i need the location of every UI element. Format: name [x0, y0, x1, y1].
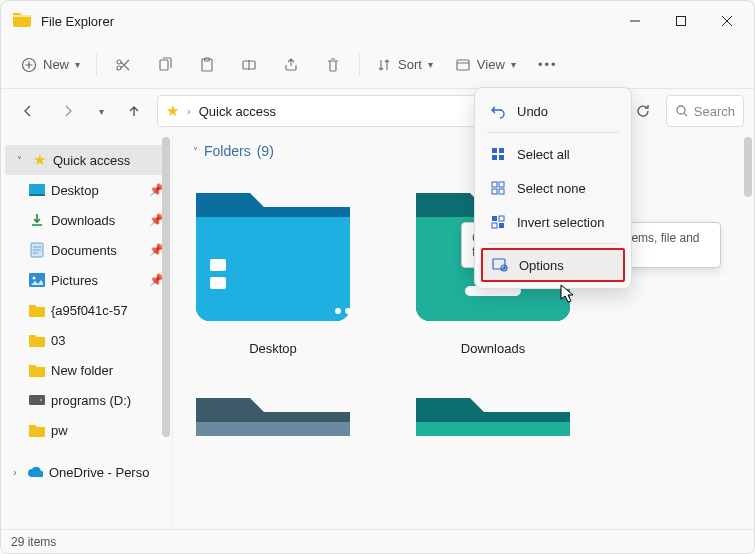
svg-rect-14: [40, 399, 42, 401]
section-header-label: Folders: [204, 143, 251, 159]
scissors-icon: [115, 57, 131, 73]
menu-invert-selection[interactable]: Invert selection: [481, 205, 625, 239]
up-button[interactable]: [117, 96, 151, 126]
folder-icon: [29, 302, 45, 318]
breadcrumb[interactable]: Quick access: [199, 104, 276, 119]
svg-point-17: [335, 308, 341, 314]
rename-button[interactable]: [229, 48, 269, 82]
chevron-right-icon: ›: [187, 105, 191, 117]
svg-rect-13: [29, 395, 45, 405]
download-icon: [29, 212, 45, 228]
svg-rect-26: [499, 189, 504, 194]
toolbar-separator: [96, 54, 97, 76]
paste-button[interactable]: [187, 48, 227, 82]
sort-button[interactable]: Sort ▾: [366, 48, 443, 82]
section-header-count: (9): [257, 143, 274, 159]
sidebar-item-desktop[interactable]: Desktop 📌: [1, 175, 172, 205]
arrow-left-icon: [20, 103, 36, 119]
window-title: File Explorer: [41, 14, 612, 29]
folder-tile-partial[interactable]: [413, 376, 573, 436]
sidebar-scrollbar[interactable]: [160, 133, 170, 529]
delete-button[interactable]: [313, 48, 353, 82]
svg-rect-2: [160, 60, 168, 70]
sidebar-label: programs (D:): [51, 393, 131, 408]
cursor-pointer-icon: [560, 284, 578, 304]
back-button[interactable]: [11, 96, 45, 126]
star-icon: ★: [166, 102, 179, 120]
command-bar: New ▾ Sort ▾ View ▾ •••: [1, 41, 754, 89]
sidebar-label: Pictures: [51, 273, 98, 288]
refresh-icon: [635, 103, 651, 119]
menu-separator: [487, 132, 619, 133]
sidebar-item-downloads[interactable]: Downloads 📌: [1, 205, 172, 235]
new-button-label: New: [43, 57, 69, 72]
sidebar-quick-access[interactable]: ˅ ★ Quick access: [5, 145, 168, 175]
maximize-button[interactable]: [658, 3, 704, 39]
cut-button[interactable]: [103, 48, 143, 82]
minimize-button[interactable]: [612, 3, 658, 39]
svg-rect-24: [499, 182, 504, 187]
share-icon: [283, 57, 299, 73]
share-button[interactable]: [271, 48, 311, 82]
sidebar-item-folder[interactable]: {a95f041c-57: [1, 295, 172, 325]
sort-icon: [376, 57, 392, 73]
app-icon: [13, 11, 33, 31]
copy-button[interactable]: [145, 48, 185, 82]
view-button[interactable]: View ▾: [445, 48, 526, 82]
sort-button-label: Sort: [398, 57, 422, 72]
sidebar-label: {a95f041c-57: [51, 303, 128, 318]
forward-button[interactable]: [51, 96, 85, 126]
sidebar-item-drive[interactable]: programs (D:): [1, 385, 172, 415]
svg-rect-25: [492, 189, 497, 194]
sidebar-item-folder[interactable]: 03: [1, 325, 172, 355]
svg-rect-30: [499, 223, 504, 228]
menu-label: Invert selection: [517, 215, 604, 230]
navigation-pane[interactable]: ˅ ★ Quick access Desktop 📌 Downloads 📌 D…: [1, 133, 173, 529]
sidebar-item-folder[interactable]: New folder: [1, 355, 172, 385]
view-button-label: View: [477, 57, 505, 72]
scroll-thumb[interactable]: [744, 137, 752, 197]
sidebar-item-pictures[interactable]: Pictures 📌: [1, 265, 172, 295]
svg-rect-6: [457, 60, 469, 70]
ellipsis-icon: •••: [538, 57, 558, 72]
search-box[interactable]: Search: [666, 95, 744, 127]
svg-rect-23: [492, 182, 497, 187]
sidebar-item-documents[interactable]: Documents 📌: [1, 235, 172, 265]
sidebar-label: OneDrive - Perso: [49, 465, 149, 480]
history-dropdown[interactable]: ▾: [91, 96, 111, 126]
picture-icon: [29, 272, 45, 288]
status-text: 29 items: [11, 535, 56, 549]
svg-point-12: [33, 277, 36, 280]
chevron-right-icon[interactable]: ›: [9, 467, 21, 478]
menu-options[interactable]: Options: [481, 248, 625, 282]
content-pane[interactable]: ˅ Folders (9) Desktop: [173, 133, 754, 529]
svg-rect-28: [499, 216, 504, 221]
rename-icon: [241, 57, 257, 73]
desktop-icon: [29, 182, 45, 198]
menu-select-none[interactable]: Select none: [481, 171, 625, 205]
menu-label: Undo: [517, 104, 548, 119]
svg-rect-29: [492, 223, 497, 228]
folder-tile-partial[interactable]: [193, 376, 353, 436]
folder-large-icon: [188, 376, 358, 436]
cloud-icon: [27, 464, 43, 480]
chevron-down-icon[interactable]: ˅: [13, 155, 25, 166]
svg-rect-22: [499, 155, 504, 160]
svg-rect-16: [210, 277, 226, 289]
chevron-down-icon: ˅: [193, 146, 198, 157]
clipboard-icon: [199, 57, 215, 73]
menu-label: Options: [519, 258, 564, 273]
new-button[interactable]: New ▾: [11, 48, 90, 82]
sidebar-item-folder[interactable]: pw: [1, 415, 172, 445]
sidebar-onedrive[interactable]: › OneDrive - Perso: [1, 457, 172, 487]
folder-tile-caption: Downloads: [461, 341, 525, 356]
close-button[interactable]: [704, 3, 750, 39]
content-scrollbar[interactable]: [742, 133, 752, 529]
scroll-thumb[interactable]: [162, 137, 170, 437]
folder-tile-desktop[interactable]: Desktop: [193, 171, 353, 356]
folder-tile-caption: Desktop: [249, 341, 297, 356]
menu-select-all[interactable]: Select all: [481, 137, 625, 171]
chevron-down-icon: ▾: [99, 106, 104, 117]
menu-undo[interactable]: Undo: [481, 94, 625, 128]
more-button[interactable]: •••: [528, 48, 568, 82]
